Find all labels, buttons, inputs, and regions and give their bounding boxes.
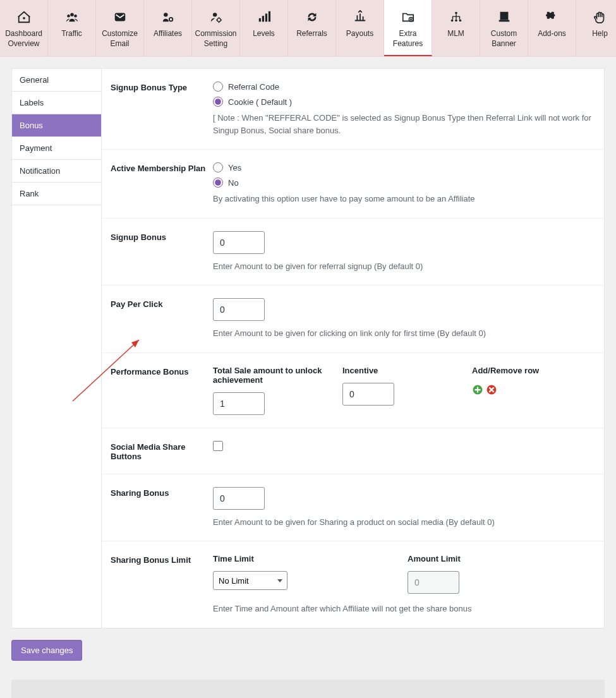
svg-point-16 [455,20,457,22]
topnav-commission-setting[interactable]: Commission Setting [192,0,240,56]
input-signup-bonus[interactable] [213,231,265,254]
topnav-affiliates[interactable]: Affiliates [144,0,192,56]
svg-rect-9 [258,18,260,22]
svg-rect-18 [500,12,508,20]
topnav-mlm[interactable]: MLM [432,0,480,56]
cycle-icon [291,9,333,25]
svg-point-1 [70,13,74,16]
label-social-share-buttons: Social Media Share Buttons [111,441,213,461]
sidebar-item-notification[interactable]: Notification [12,160,101,183]
row-sharing-bonus: Sharing Bonus Enter Amount to be given f… [102,474,604,542]
topnav-traffic[interactable]: Traffic [48,0,96,56]
topnav-custom-banner[interactable]: Custom Banner [480,0,528,56]
mail-icon [99,9,141,25]
banner-icon [483,9,525,25]
row-performance-bonus: Performance Bonus Total Sale amount to u… [102,353,604,428]
svg-rect-19 [498,20,509,22]
remove-row-icon[interactable] [486,384,497,397]
payout-icon [339,9,381,25]
note-sharing-bonus: Enter Amount to be given for Sharing a p… [213,516,595,529]
row-signup-bonus-type: Signup Bonus Type Referral Code Cookie (… [102,69,604,150]
note-signup-bonus: Enter Amount to be given for referral si… [213,260,595,273]
save-button[interactable]: Save changes [11,640,82,661]
row-signup-bonus: Signup Bonus Enter Amount to be given fo… [102,219,604,286]
svg-point-8 [217,18,220,22]
label-performance-bonus: Performance Bonus [111,366,213,415]
person-gear-icon [195,9,237,25]
head-time-limit: Time Limit [213,554,408,563]
home-icon [3,9,45,25]
head-total-sale: Total Sale amount to unlock achievement [213,366,342,385]
svg-rect-10 [262,16,263,21]
input-pay-per-click[interactable] [213,298,265,321]
input-sharing-bonus[interactable] [213,487,265,510]
svg-point-15 [450,20,453,22]
top-navigation: Dashboard OverviewTrafficCustomize Email… [0,0,616,57]
topnav-customize-email[interactable]: Customize Email [96,0,144,56]
input-incentive[interactable] [342,383,394,406]
topnav-payouts[interactable]: Payouts [336,0,384,56]
svg-point-0 [23,17,25,20]
head-add-remove: Add/Remove row [472,366,595,375]
footer: WordPress & WooCommerce Affiliate Progra… [11,680,605,698]
row-pay-per-click: Pay Per Click Enter Amount to be given f… [102,286,604,353]
settings-content: Signup Bonus Type Referral Code Cookie (… [102,69,604,628]
hand-icon [579,9,616,25]
add-row-icon[interactable] [472,384,483,397]
svg-point-5 [164,13,167,16]
input-amount-limit[interactable] [408,571,459,594]
sidebar-item-payment[interactable]: Payment [12,137,101,160]
input-total-sale[interactable] [213,392,265,415]
label-pay-per-click: Pay Per Click [111,298,213,340]
label-active-membership: Active Membership Plan [111,162,213,205]
svg-rect-11 [265,14,267,22]
svg-point-14 [455,12,457,15]
puzzle-icon [531,9,573,25]
tree-icon [435,9,477,25]
svg-point-2 [67,15,70,18]
topnav-dashboard-overview[interactable]: Dashboard Overview [0,0,48,56]
topnav-levels[interactable]: Levels [240,0,288,56]
topnav-extra-features[interactable]: Extra Features [384,0,432,56]
radio-cookie-default[interactable]: Cookie ( Default ) [213,97,595,107]
bars-icon [243,9,285,25]
sidebar-item-rank[interactable]: Rank [12,183,101,205]
settings-panel: GeneralLabelsBonusPaymentNotificationRan… [11,68,605,629]
row-social-share-buttons: Social Media Share Buttons [102,428,604,474]
svg-point-6 [169,18,172,21]
label-sharing-bonus: Sharing Bonus [111,487,213,529]
folder-plus-icon [387,9,429,25]
checkbox-social-share[interactable] [213,441,223,451]
svg-point-3 [74,15,77,18]
select-time-limit[interactable]: No Limit [213,571,287,590]
label-sharing-bonus-limit: Sharing Bonus Limit [111,554,213,615]
head-incentive: Incentive [342,366,472,375]
radio-membership-yes[interactable]: Yes [213,162,595,172]
note-pay-per-click: Enter Amount to be given for clicking on… [213,327,595,340]
note-sharing-bonus-limit: Enter Time and Amount after which Affili… [213,603,595,615]
sidebar-item-general[interactable]: General [12,69,101,92]
topnav-add-ons[interactable]: Add-ons [528,0,576,56]
sidebar-item-bonus[interactable]: Bonus [12,114,101,137]
row-active-membership: Active Membership Plan Yes No By activat… [102,150,604,219]
sidebar-item-labels[interactable]: Labels [12,92,101,114]
settings-sidebar: GeneralLabelsBonusPaymentNotificationRan… [12,69,102,628]
svg-point-17 [459,20,461,22]
row-sharing-bonus-limit: Sharing Bonus Limit Time Limit No Limit … [102,541,604,628]
users-icon [51,9,93,25]
svg-rect-12 [268,11,270,22]
svg-point-7 [212,13,216,16]
note-signup-bonus-type: [ Note : When "REFFERAL CODE" is selecte… [213,112,595,136]
head-amount-limit: Amount Limit [408,554,461,563]
radio-membership-no[interactable]: No [213,178,595,188]
label-signup-bonus: Signup Bonus [111,231,213,273]
topnav-referrals[interactable]: Referrals [288,0,336,56]
label-signup-bonus-type: Signup Bonus Type [111,81,213,136]
note-active-membership: By activating this option user have to p… [213,193,595,205]
topnav-help[interactable]: Help [576,0,616,56]
affiliate-icon [147,9,189,25]
radio-referral-code[interactable]: Referral Code [213,81,595,92]
